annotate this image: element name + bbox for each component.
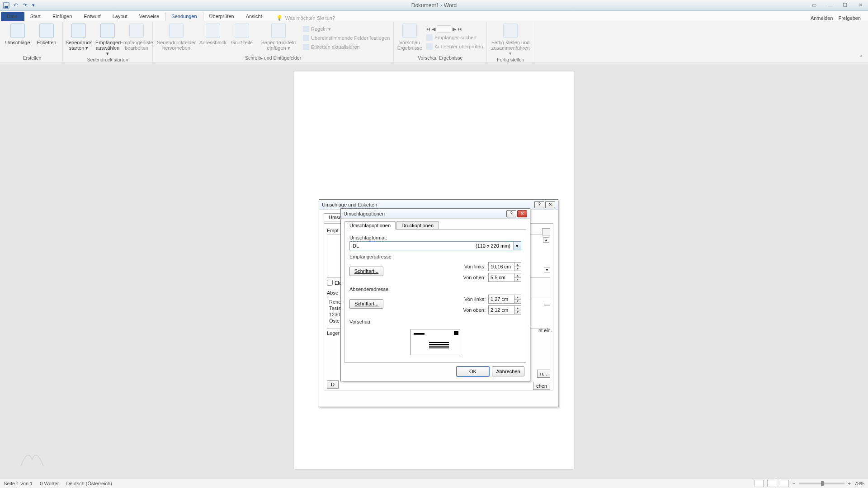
minimize-icon[interactable]: — [822,0,837,11]
input-empf-links[interactable] [489,263,514,271]
dialog-close-icon[interactable]: ✕ [545,201,555,208]
label-umschlagformat: Umschlagformat: [349,235,521,240]
btn-adressblock[interactable]: Adressblock [200,22,226,54]
spin-down-icon[interactable]: ▼ [514,267,521,271]
input-abs-oben[interactable] [489,306,514,314]
tab-einfuegen[interactable]: Einfügen [47,12,78,21]
tab-layout[interactable]: Layout [107,12,133,21]
spin-abs-links[interactable]: ▲▼ [488,295,521,304]
btn-felder-hervorheben[interactable]: Seriendruckfelder hervorheben [156,22,197,54]
status-language[interactable]: Deutsch (Österreich) [66,481,112,486]
input-empf-oben[interactable] [489,273,514,282]
share-button[interactable]: Freigeben [838,15,861,21]
undo-icon[interactable]: ↶ [12,2,19,9]
view-web-layout-icon[interactable] [780,480,789,487]
chk-elektronisch[interactable] [327,280,333,286]
qat-more-icon[interactable]: ▾ [30,2,37,9]
hint-tail: nt ein. [538,328,552,333]
zoom-level[interactable]: 78% [854,481,864,486]
spin-down-icon[interactable]: ▼ [514,278,521,282]
addressbook-icon[interactable] [542,228,550,235]
combo-umschlagformat[interactable]: DL (110 x 220 mm) ▾ [349,241,521,250]
spin-down-icon[interactable]: ▼ [514,310,521,314]
nav-next-icon[interactable]: ▶ [453,26,456,32]
dialog-umschlagoptionen: Umschlagoptionen ? ✕ Umschlagoptionen Dr… [340,208,530,381]
label-empfaengeradresse: Empfängeradresse [349,254,521,259]
spin-empf-oben[interactable]: ▲▼ [488,273,521,282]
btn-seriendruckfeld-einfuegen[interactable]: Seriendruckfeld einfügen ▾ [258,22,299,54]
group-vorschau-ergebnisse: Vorschau Ergebnisse ⏮ ◀ ▶ ⏭ Empfänger su… [394,22,487,62]
btn-regeln[interactable]: Regeln ▾ [302,25,391,33]
maximize-icon[interactable]: ☐ [837,0,853,11]
tab-file[interactable]: Datei [1,12,24,21]
dlg1-btn-abbrechen[interactable]: chen [533,382,550,390]
spin-up-icon[interactable]: ▲ [514,306,521,310]
btn-empfaengerliste-bearbeiten[interactable]: Empfängerliste bearbeiten [123,22,150,56]
tab-sendungen[interactable]: Sendungen [165,12,203,21]
preview-sender-lines [414,333,425,335]
btn-schriftart-empfaenger[interactable]: Schriftart... [349,267,383,276]
spin-empf-links[interactable]: ▲▼ [488,262,521,271]
scroll-down-icon[interactable]: ▼ [544,267,550,272]
nav-last-icon[interactable]: ⏭ [458,26,462,32]
zoom-slider[interactable] [799,483,844,484]
btn-umschlaege[interactable]: Umschläge [5,22,31,54]
tab-ueberpruefen[interactable]: Überprüfen [203,12,240,21]
view-print-layout-icon[interactable] [767,480,776,487]
tab-ansicht[interactable]: Ansicht [240,12,268,21]
status-words[interactable]: 0 Wörter [40,481,59,486]
tab-umschlagoptionen[interactable]: Umschlagoptionen [344,221,396,230]
status-page[interactable]: Seite 1 von 1 [4,481,33,486]
nav-first-icon[interactable]: ⏮ [425,26,430,32]
combo-value: DL [353,243,359,249]
cancel-button[interactable]: Abbrechen [492,366,524,376]
window-system-buttons: ▭ — ☐ ✕ [807,0,868,11]
tab-druckoptionen[interactable]: Druckoptionen [396,221,439,230]
dialog-help-icon[interactable]: ? [534,201,544,208]
chevron-down-icon[interactable]: ▾ [513,242,521,250]
spin-up-icon[interactable]: ▲ [514,263,521,267]
dlg1-btn-drucken[interactable]: D [327,380,339,389]
btn-seriendruck-starten[interactable]: Seriendruck starten ▾ [66,22,92,56]
btn-grusszeile[interactable]: Grußzeile [229,22,255,54]
nav-prev-icon[interactable]: ◀ [432,26,435,32]
sign-in-link[interactable]: Anmelden [811,15,833,21]
tab-start[interactable]: Start [24,12,47,21]
label-vorschau: Vorschau [349,319,521,324]
btn-vorschau-ergebnisse[interactable]: Vorschau Ergebnisse [396,22,423,54]
btn-empfaenger-suchen[interactable]: Empfänger suchen [425,33,484,42]
check-errors-icon [426,43,433,50]
ok-button[interactable]: OK [457,366,489,376]
spin-abs-oben[interactable]: ▲▼ [488,305,521,314]
btn-fertig-stellen[interactable]: Fertig stellen und zusammenführen ▾ [490,22,531,56]
spin-up-icon[interactable]: ▲ [514,273,521,278]
zoom-out-icon[interactable]: − [793,481,795,486]
btn-schriftart-absender[interactable]: Schriftart... [349,299,383,309]
view-read-mode-icon[interactable] [755,480,764,487]
close-icon[interactable]: ✕ [853,0,868,11]
spin-up-icon[interactable]: ▲ [514,295,521,300]
tell-me-search[interactable]: 💡 Was möchten Sie tun? [276,15,335,21]
btn-felder-zuordnen[interactable]: Übereinstimmende Felder festlegen [302,34,391,42]
btn-fehler-pruefen[interactable]: Auf Fehler überprüfen [425,42,484,51]
record-number-input[interactable] [437,25,451,33]
tab-verweise[interactable]: Verweise [133,12,165,21]
redo-icon[interactable]: ↷ [21,2,28,9]
dialog-help-icon[interactable]: ? [506,210,516,217]
zoom-in-icon[interactable]: + [848,481,851,486]
dlg1-partial-button[interactable] [544,303,550,305]
spin-down-icon[interactable]: ▼ [514,300,521,304]
dlg1-btn-options[interactable]: n... [537,370,550,378]
save-icon[interactable] [3,2,10,9]
input-abs-links[interactable] [489,295,514,303]
ribbon-display-options-icon[interactable]: ▭ [807,0,822,11]
tab-entwurf[interactable]: Entwurf [78,12,106,21]
btn-etiketten[interactable]: Etiketten [33,22,60,54]
scroll-up-icon[interactable]: ▲ [543,237,549,243]
dialog-titlebar[interactable]: Umschlagoptionen ? ✕ [341,209,530,219]
dialog-close-icon[interactable]: ✕ [517,210,527,217]
ribbon-collapse-icon[interactable]: ˄ [856,22,866,62]
btn-empfaenger-auswaehlen[interactable]: Empfänger auswählen ▾ [94,22,121,56]
finish-merge-icon [503,23,518,38]
btn-etiketten-aktualisieren[interactable]: Etiketten aktualisieren [302,43,391,51]
